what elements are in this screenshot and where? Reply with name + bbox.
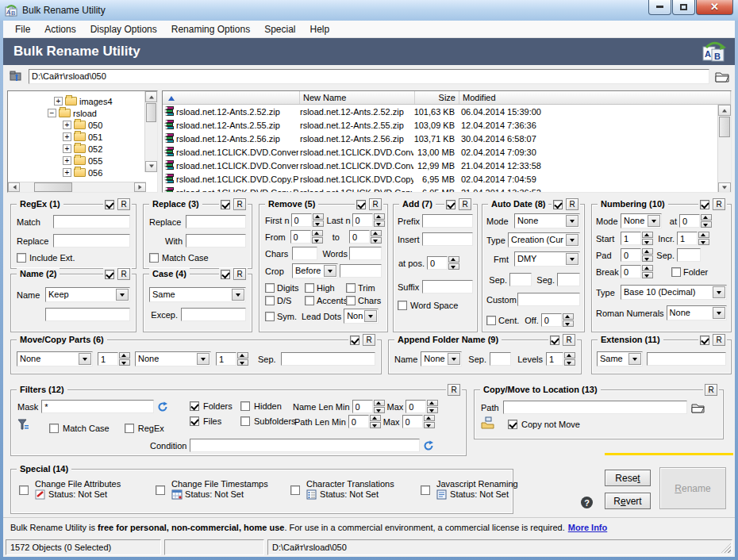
case-reset-button[interactable]: R xyxy=(233,268,246,280)
lead-dots-dropdown[interactable]: Non xyxy=(344,309,379,324)
at-stepper[interactable] xyxy=(679,214,712,228)
scroll-down-arrow[interactable] xyxy=(718,182,731,193)
scrollbar-thumb[interactable] xyxy=(146,103,156,122)
scrollbar-thumb[interactable] xyxy=(34,182,72,192)
path-input[interactable] xyxy=(29,69,709,84)
auto-date-enable-checkbox[interactable] xyxy=(553,200,563,209)
tree-item[interactable]: +055 xyxy=(63,155,157,167)
path-len-max-stepper[interactable] xyxy=(402,415,435,428)
browse-folder-icon[interactable] xyxy=(691,402,705,413)
regex-replace-input[interactable] xyxy=(53,234,130,247)
extension-input[interactable] xyxy=(647,352,726,366)
column-header-name[interactable] xyxy=(163,91,300,104)
append-name-dropdown[interactable]: None xyxy=(421,351,462,366)
table-row[interactable]: rsload.net.1CLICK.DVD.Converter.3.0.2.9.… xyxy=(163,159,731,172)
subfolders-checkbox[interactable] xyxy=(240,416,250,426)
excep-input[interactable] xyxy=(181,308,246,321)
change-timestamps-checkbox[interactable] xyxy=(156,485,165,495)
regex-enable-checkbox[interactable] xyxy=(105,200,114,209)
menu-display-options[interactable]: Display Options xyxy=(83,22,164,36)
levels-stepper[interactable] xyxy=(546,352,575,366)
name-enable-checkbox[interactable] xyxy=(105,270,114,279)
accents-checkbox[interactable] xyxy=(305,296,314,305)
expand-icon[interactable]: + xyxy=(63,121,71,129)
column-header-new-name[interactable]: New Name xyxy=(300,91,415,104)
chevron-down-icon[interactable] xyxy=(324,265,336,277)
chars-input[interactable] xyxy=(292,247,317,260)
path-len-min-stepper[interactable] xyxy=(348,415,381,428)
regex-match-input[interactable] xyxy=(53,215,130,228)
hidden-checkbox[interactable] xyxy=(240,401,250,411)
crop-input[interactable] xyxy=(340,264,382,278)
append-sep-input[interactable] xyxy=(490,352,511,366)
rename-button[interactable]: Rename xyxy=(659,467,726,509)
remove-reset-button[interactable]: R xyxy=(369,198,382,210)
at-pos-stepper[interactable] xyxy=(427,256,459,270)
character-translations-checkbox[interactable] xyxy=(290,485,300,495)
numbering-sep-input[interactable] xyxy=(677,248,701,262)
tree-item[interactable]: +051 xyxy=(63,131,157,143)
tree-item[interactable]: −rsload xyxy=(48,107,157,119)
append-reset-button[interactable]: R xyxy=(563,334,575,346)
crop-dropdown[interactable]: Before xyxy=(292,263,338,278)
case-mode-dropdown[interactable]: Same xyxy=(149,287,246,302)
tree-vertical-scrollbar[interactable] xyxy=(144,91,157,172)
chevron-down-icon[interactable] xyxy=(448,353,460,365)
condition-input[interactable] xyxy=(190,439,420,452)
filters-reset-button[interactable]: R xyxy=(448,384,460,396)
copy-not-move-checkbox[interactable] xyxy=(508,420,517,429)
scroll-down-arrow[interactable] xyxy=(145,161,157,172)
resize-grip[interactable] xyxy=(721,543,731,553)
chevron-down-icon[interactable] xyxy=(628,353,641,365)
date-custom-input[interactable] xyxy=(517,293,580,306)
menu-special[interactable]: Special xyxy=(257,22,302,36)
table-row[interactable]: rsload.net.1CLICK.DVD.Copy.Pro.4.3.2.6.z… xyxy=(163,172,731,186)
to-stepper[interactable] xyxy=(349,230,382,244)
sym-checkbox[interactable] xyxy=(265,312,275,321)
scroll-left-arrow[interactable] xyxy=(8,182,20,192)
tree-item[interactable]: +050 xyxy=(63,119,157,131)
table-row[interactable]: rsload.net.12-Ants.2.56.ziprsload.net.12… xyxy=(163,132,731,145)
scrollbar-thumb[interactable] xyxy=(719,117,730,137)
chevron-down-icon[interactable] xyxy=(232,289,244,301)
list-vertical-scrollbar[interactable] xyxy=(717,105,731,193)
tree-item[interactable]: +052 xyxy=(63,143,157,155)
browse-folder-icon[interactable] xyxy=(715,71,729,82)
extension-mode-dropdown[interactable]: Same xyxy=(597,351,643,366)
extension-enable-checkbox[interactable] xyxy=(700,336,709,345)
off-stepper[interactable] xyxy=(541,313,574,327)
date-mode-dropdown[interactable]: None xyxy=(514,213,580,228)
revert-button[interactable]: Revert xyxy=(605,493,651,509)
replace-input[interactable] xyxy=(186,215,246,228)
trim-checkbox[interactable] xyxy=(346,283,356,293)
menu-help[interactable]: Help xyxy=(303,22,337,36)
name-len-max-stepper[interactable] xyxy=(406,400,438,413)
column-header-size[interactable]: Size xyxy=(415,91,459,104)
regex-reset-button[interactable]: R xyxy=(117,198,130,210)
table-row[interactable]: rsload.net.1CLICK.DVD.Converter.3.0.2.8.… xyxy=(163,145,731,159)
start-stepper[interactable] xyxy=(621,232,653,245)
name-len-min-stepper[interactable] xyxy=(352,400,385,413)
chevron-down-icon[interactable] xyxy=(648,215,660,227)
last-n-stepper[interactable] xyxy=(352,213,385,227)
expand-icon[interactable]: + xyxy=(54,97,63,105)
copy-move-reset-button[interactable]: R xyxy=(705,384,717,396)
high-checkbox[interactable] xyxy=(305,283,314,293)
pad-stepper[interactable] xyxy=(621,248,653,262)
date-type-dropdown[interactable]: Creation (Cur xyxy=(508,232,580,247)
part1-count-stepper[interactable] xyxy=(98,352,130,366)
with-input[interactable] xyxy=(186,234,246,247)
more-info-link[interactable]: More Info xyxy=(568,523,608,532)
chevron-down-icon[interactable] xyxy=(713,307,725,319)
suffix-input[interactable] xyxy=(422,280,473,293)
filter-match-case-checkbox[interactable] xyxy=(49,424,59,433)
maximize-button[interactable] xyxy=(672,0,695,15)
prefix-input[interactable] xyxy=(422,214,473,228)
chevron-down-icon[interactable] xyxy=(566,215,578,227)
expand-icon[interactable]: + xyxy=(63,168,71,177)
word-space-checkbox[interactable] xyxy=(398,301,407,310)
match-case-checkbox[interactable] xyxy=(149,253,159,263)
menu-file[interactable]: File xyxy=(8,22,37,36)
ds-checkbox[interactable] xyxy=(265,296,275,305)
refresh-icon[interactable] xyxy=(423,440,434,451)
